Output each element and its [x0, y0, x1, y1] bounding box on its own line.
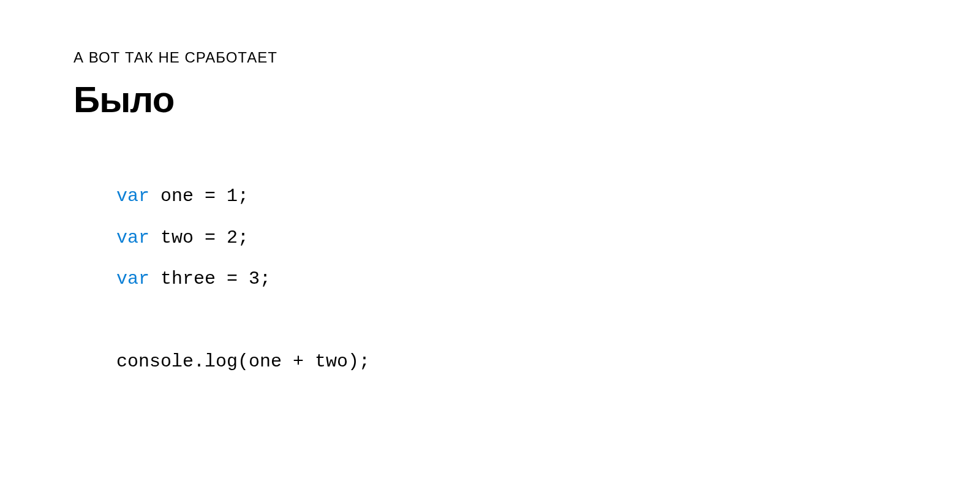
code-line: var two = 2; [116, 218, 980, 259]
code-block: var one = 1; var two = 2; var three = 3;… [74, 176, 980, 383]
code-line: var one = 1; [116, 176, 980, 218]
slide-title: Было [74, 78, 980, 121]
code-rest: two = 2; [149, 227, 249, 248]
keyword-var: var [116, 227, 149, 248]
code-blank-line [116, 300, 980, 342]
keyword-var: var [116, 268, 149, 289]
code-line: var three = 3; [116, 259, 980, 300]
code-line: console.log(one + two); [116, 341, 980, 383]
keyword-var: var [116, 186, 149, 207]
code-rest: console.log(one + two); [116, 351, 370, 372]
slide-eyebrow: А ВОТ ТАК НЕ СРАБОТАЕТ [74, 49, 980, 66]
code-rest: three = 3; [149, 268, 271, 289]
code-rest: one = 1; [149, 186, 249, 207]
